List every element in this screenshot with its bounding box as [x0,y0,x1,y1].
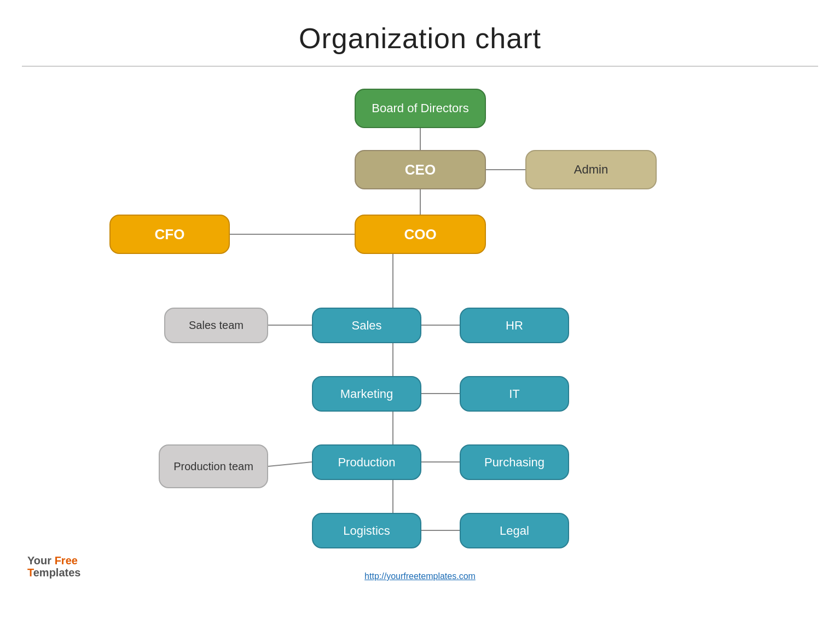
ceo-node: CEO [355,150,486,189]
logo-your: Your [27,554,51,567]
logistics-node: Logistics [312,513,421,548]
logo: Your Free Templates [27,554,80,579]
board-of-directors-node: Board of Directors [355,89,486,128]
logo-emplates: emplates [33,567,81,579]
marketing-node: Marketing [312,376,421,412]
purchasing-node: Purchasing [460,444,569,480]
sales-team-node: Sales team [164,308,268,343]
page-title: Organization chart [0,0,840,66]
coo-node: COO [355,215,486,254]
production-node: Production [312,444,421,480]
svg-line-15 [268,462,312,466]
cfo-node: CFO [109,215,230,254]
it-node: IT [460,376,569,412]
logo-t: T [27,567,33,579]
logo-free: Free [55,554,78,567]
admin-node: Admin [525,150,657,189]
production-team-node: Production team [159,444,268,488]
chart-area: Board of Directors CEO Admin CFO COO Sal… [0,67,840,587]
footer: http://yourfreetemplates.com [0,571,840,581]
legal-node: Legal [460,513,569,548]
sales-node: Sales [312,308,421,343]
footer-link[interactable]: http://yourfreetemplates.com [364,571,476,581]
hr-node: HR [460,308,569,343]
